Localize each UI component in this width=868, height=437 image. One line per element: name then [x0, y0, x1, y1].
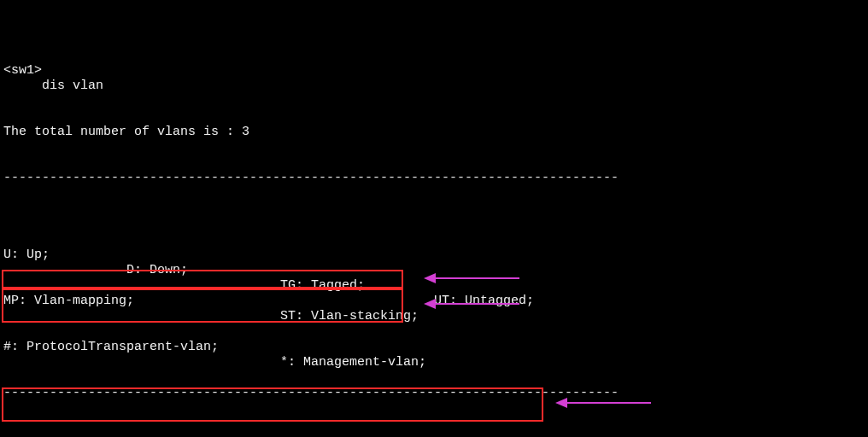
legend-line-3: #: ProtocolTransparent-vlan; *: Manageme…	[3, 324, 865, 340]
legend-line-2: MP: Vlan-mapping; ST: Vlan-stacking;	[3, 278, 865, 294]
terminal: <sw1> dis vlan The total number of vlans…	[0, 0, 868, 437]
divider: ----------------------------------------…	[3, 386, 865, 401]
prompt: <sw1>	[3, 63, 42, 79]
prompt-line[interactable]: <sw1> dis vlan	[3, 48, 865, 63]
legend-line-1: U: Up; D: Down; TG: Tagged; UT: Untagged…	[3, 232, 865, 248]
command-text: dis vlan	[42, 79, 103, 94]
summary-line: The total number of vlans is : 3	[3, 109, 865, 125]
blank	[3, 432, 865, 437]
divider: ----------------------------------------…	[3, 171, 865, 186]
